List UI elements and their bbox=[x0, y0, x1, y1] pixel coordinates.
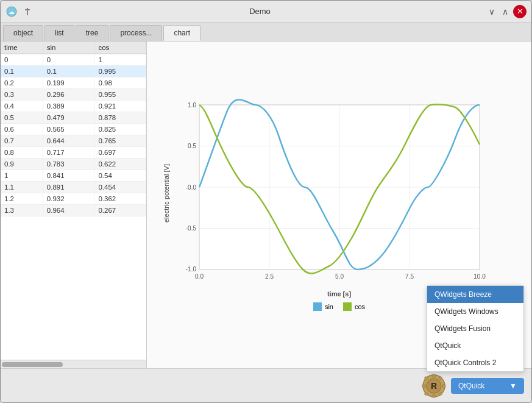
svg-text:0.5: 0.5 bbox=[188, 143, 196, 149]
table-row[interactable]: 0.20.1990.98 bbox=[1, 77, 146, 89]
table-row[interactable]: 0.70.6440.765 bbox=[1, 135, 146, 147]
cell-time: 0 bbox=[1, 54, 43, 66]
svg-rect-30 bbox=[433, 374, 435, 377]
table-row[interactable]: 1.20.9320.362 bbox=[1, 193, 146, 205]
cell-time: 0.8 bbox=[1, 147, 43, 159]
cell-sin: 0.964 bbox=[43, 205, 94, 216]
svg-text:0.0: 0.0 bbox=[195, 273, 204, 280]
cell-time: 0.6 bbox=[1, 124, 43, 135]
cell-sin: 0.891 bbox=[43, 182, 94, 193]
dropdown-option-qwidgets-windows[interactable]: QWidgets Windows bbox=[427, 303, 523, 320]
svg-text:-0.5: -0.5 bbox=[185, 225, 196, 232]
table-row[interactable]: 001 bbox=[1, 54, 146, 66]
table-row[interactable]: 0.50.4790.878 bbox=[1, 112, 146, 124]
svg-text:☁: ☁ bbox=[9, 9, 15, 15]
dropdown-option-qtquick[interactable]: QtQuick bbox=[427, 337, 523, 354]
theme-dropdown-button[interactable]: QtQuick ▼ bbox=[451, 378, 524, 394]
svg-text:1.0: 1.0 bbox=[188, 102, 196, 109]
titlebar: ☁ Demo ∨ ∧ ✕ bbox=[1, 1, 531, 23]
table-scroll-area[interactable]: time sin cos 0010.10.10.9950.20.1990.980… bbox=[1, 41, 146, 360]
cell-cos: 0.921 bbox=[94, 101, 146, 112]
cell-time: 1.3 bbox=[1, 205, 43, 216]
cell-cos: 0.622 bbox=[94, 159, 146, 170]
maximize-button[interactable]: ∧ bbox=[500, 5, 511, 18]
cell-time: 0.2 bbox=[1, 77, 43, 89]
cell-time: 0.5 bbox=[1, 112, 43, 124]
table-row[interactable]: 10.8410.54 bbox=[1, 170, 146, 182]
cell-time: 0.1 bbox=[1, 66, 43, 77]
cell-sin: 0.841 bbox=[43, 170, 94, 182]
chart-legend: sin cos bbox=[313, 302, 365, 311]
cell-time: 0.7 bbox=[1, 135, 43, 147]
dropdown-option-qwidgets-breeze[interactable]: QWidgets Breeze bbox=[427, 286, 523, 303]
cell-cos: 0.54 bbox=[94, 170, 146, 182]
dropdown-arrow-icon: ▼ bbox=[509, 382, 517, 390]
cell-time: 1 bbox=[1, 170, 43, 182]
cell-sin: 0.389 bbox=[43, 101, 94, 112]
cell-cos: 0.98 bbox=[94, 77, 146, 89]
app-icon: ☁ bbox=[5, 5, 18, 18]
table-row[interactable]: 0.60.5650.825 bbox=[1, 124, 146, 135]
tab-object[interactable]: object bbox=[3, 25, 43, 41]
cell-sin: 0 bbox=[43, 54, 94, 66]
cell-sin: 0.783 bbox=[43, 159, 94, 170]
table-row[interactable]: 0.30.2960.955 bbox=[1, 89, 146, 101]
cell-cos: 0.825 bbox=[94, 124, 146, 135]
cell-time: 1.1 bbox=[1, 182, 43, 193]
theme-dropdown-container: QWidgets Breeze QWidgets Windows QWidget… bbox=[451, 378, 524, 394]
sin-legend-icon bbox=[313, 302, 322, 311]
table-row[interactable]: 1.30.9640.267 bbox=[1, 205, 146, 216]
cell-cos: 0.362 bbox=[94, 193, 146, 205]
dropdown-option-qtquick-controls2[interactable]: QtQuick Controls 2 bbox=[427, 354, 523, 371]
table-row[interactable]: 0.80.7170.697 bbox=[1, 147, 146, 159]
svg-rect-27 bbox=[343, 302, 352, 311]
dropdown-option-qwidgets-fusion[interactable]: QWidgets Fusion bbox=[427, 320, 523, 337]
svg-rect-33 bbox=[442, 385, 445, 387]
minimize-button[interactable]: ∨ bbox=[486, 5, 497, 18]
table-row[interactable]: 0.40.3890.921 bbox=[1, 101, 146, 112]
window-title: Demo bbox=[34, 7, 486, 16]
table-row[interactable]: 0.10.10.995 bbox=[1, 66, 146, 77]
tab-process[interactable]: process... bbox=[110, 25, 162, 41]
svg-text:5.0: 5.0 bbox=[335, 273, 344, 280]
data-table: time sin cos 0010.10.10.9950.20.1990.980… bbox=[1, 41, 146, 216]
svg-text:10.0: 10.0 bbox=[473, 273, 486, 280]
cell-sin: 0.479 bbox=[43, 112, 94, 124]
cell-cos: 0.267 bbox=[94, 205, 146, 216]
data-table-section: time sin cos 0010.10.10.9950.20.1990.980… bbox=[1, 41, 147, 368]
tab-chart[interactable]: chart bbox=[163, 25, 200, 41]
cell-cos: 0.995 bbox=[94, 66, 146, 77]
svg-text:-0.0: -0.0 bbox=[185, 184, 196, 191]
svg-marker-4 bbox=[26, 8, 29, 10]
col-header-sin: sin bbox=[43, 41, 94, 54]
theme-dropdown-menu[interactable]: QWidgets Breeze QWidgets Windows QWidget… bbox=[427, 285, 524, 372]
cell-sin: 0.932 bbox=[43, 193, 94, 205]
titlebar-left-icons: ☁ bbox=[5, 5, 34, 18]
svg-text:7.5: 7.5 bbox=[405, 273, 414, 280]
sin-legend-label: sin bbox=[325, 303, 333, 310]
cell-cos: 1 bbox=[94, 54, 146, 66]
svg-rect-32 bbox=[422, 385, 425, 387]
cell-cos: 0.878 bbox=[94, 112, 146, 124]
col-header-time: time bbox=[1, 41, 43, 54]
tab-list[interactable]: list bbox=[44, 25, 74, 41]
horizontal-scrollbar[interactable] bbox=[1, 360, 146, 368]
col-header-cos: cos bbox=[94, 41, 146, 54]
cell-time: 1.2 bbox=[1, 193, 43, 205]
cell-cos: 0.765 bbox=[94, 135, 146, 147]
dropdown-label: QtQuick bbox=[458, 382, 484, 390]
cell-sin: 0.565 bbox=[43, 124, 94, 135]
scrollbar-thumb[interactable] bbox=[2, 362, 63, 367]
svg-rect-31 bbox=[433, 394, 435, 398]
pin-icon[interactable] bbox=[21, 5, 34, 18]
close-button[interactable]: ✕ bbox=[513, 5, 527, 18]
cos-legend-icon bbox=[343, 302, 352, 311]
table-row[interactable]: 1.10.8910.454 bbox=[1, 182, 146, 193]
table-row[interactable]: 0.90.7830.622 bbox=[1, 159, 146, 170]
svg-text:2.5: 2.5 bbox=[265, 273, 274, 280]
cell-cos: 0.955 bbox=[94, 89, 146, 101]
cell-time: 0.4 bbox=[1, 101, 43, 112]
legend-sin: sin bbox=[313, 302, 333, 311]
chart-wrapper: electric potential [V] bbox=[163, 99, 516, 288]
tab-tree[interactable]: tree bbox=[76, 25, 109, 41]
